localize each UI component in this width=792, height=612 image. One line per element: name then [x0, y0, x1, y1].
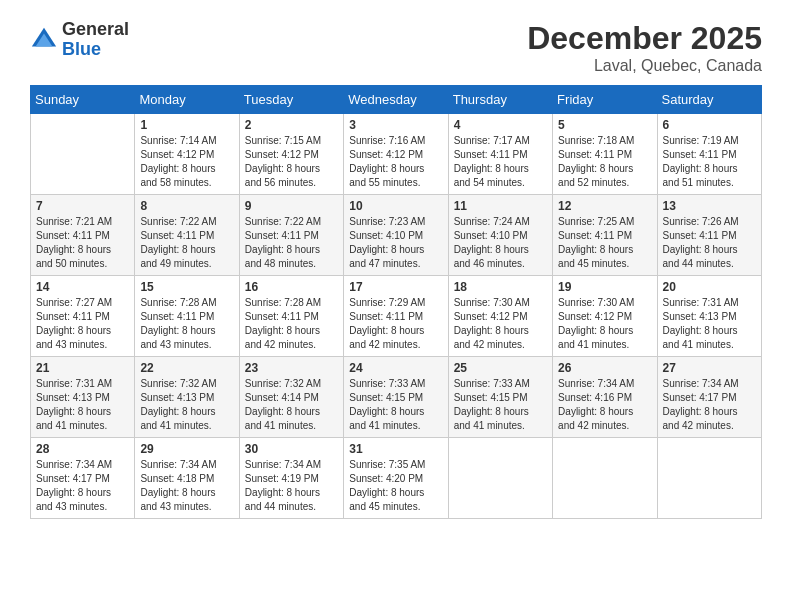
- day-number: 5: [558, 118, 651, 132]
- calendar-cell: 28Sunrise: 7:34 AMSunset: 4:17 PMDayligh…: [31, 438, 135, 519]
- day-number: 25: [454, 361, 547, 375]
- calendar-cell: 29Sunrise: 7:34 AMSunset: 4:18 PMDayligh…: [135, 438, 239, 519]
- cell-info: Sunrise: 7:28 AMSunset: 4:11 PMDaylight:…: [245, 296, 338, 352]
- day-number: 18: [454, 280, 547, 294]
- day-number: 1: [140, 118, 233, 132]
- col-sunday: Sunday: [31, 86, 135, 114]
- cell-info: Sunrise: 7:30 AMSunset: 4:12 PMDaylight:…: [558, 296, 651, 352]
- calendar-table: Sunday Monday Tuesday Wednesday Thursday…: [30, 85, 762, 519]
- calendar-week-row: 14Sunrise: 7:27 AMSunset: 4:11 PMDayligh…: [31, 276, 762, 357]
- cell-info: Sunrise: 7:27 AMSunset: 4:11 PMDaylight:…: [36, 296, 129, 352]
- cell-info: Sunrise: 7:23 AMSunset: 4:10 PMDaylight:…: [349, 215, 442, 271]
- cell-info: Sunrise: 7:18 AMSunset: 4:11 PMDaylight:…: [558, 134, 651, 190]
- cell-info: Sunrise: 7:22 AMSunset: 4:11 PMDaylight:…: [140, 215, 233, 271]
- logo-text: General Blue: [62, 20, 129, 60]
- day-number: 15: [140, 280, 233, 294]
- calendar-cell: 18Sunrise: 7:30 AMSunset: 4:12 PMDayligh…: [448, 276, 552, 357]
- cell-info: Sunrise: 7:31 AMSunset: 4:13 PMDaylight:…: [663, 296, 756, 352]
- calendar-cell: 4Sunrise: 7:17 AMSunset: 4:11 PMDaylight…: [448, 114, 552, 195]
- cell-info: Sunrise: 7:34 AMSunset: 4:18 PMDaylight:…: [140, 458, 233, 514]
- day-number: 17: [349, 280, 442, 294]
- day-number: 28: [36, 442, 129, 456]
- logo-general: General: [62, 19, 129, 39]
- cell-info: Sunrise: 7:14 AMSunset: 4:12 PMDaylight:…: [140, 134, 233, 190]
- calendar-cell: 17Sunrise: 7:29 AMSunset: 4:11 PMDayligh…: [344, 276, 448, 357]
- calendar-cell: 16Sunrise: 7:28 AMSunset: 4:11 PMDayligh…: [239, 276, 343, 357]
- calendar-cell: 12Sunrise: 7:25 AMSunset: 4:11 PMDayligh…: [553, 195, 657, 276]
- logo-blue: Blue: [62, 39, 101, 59]
- day-number: 27: [663, 361, 756, 375]
- calendar-cell: 8Sunrise: 7:22 AMSunset: 4:11 PMDaylight…: [135, 195, 239, 276]
- calendar-cell: 13Sunrise: 7:26 AMSunset: 4:11 PMDayligh…: [657, 195, 761, 276]
- day-number: 8: [140, 199, 233, 213]
- cell-info: Sunrise: 7:30 AMSunset: 4:12 PMDaylight:…: [454, 296, 547, 352]
- cell-info: Sunrise: 7:34 AMSunset: 4:16 PMDaylight:…: [558, 377, 651, 433]
- title-section: December 2025 Laval, Quebec, Canada: [527, 20, 762, 75]
- calendar-cell: 2Sunrise: 7:15 AMSunset: 4:12 PMDaylight…: [239, 114, 343, 195]
- day-number: 14: [36, 280, 129, 294]
- calendar-week-row: 28Sunrise: 7:34 AMSunset: 4:17 PMDayligh…: [31, 438, 762, 519]
- day-number: 26: [558, 361, 651, 375]
- day-number: 30: [245, 442, 338, 456]
- day-number: 7: [36, 199, 129, 213]
- day-number: 13: [663, 199, 756, 213]
- calendar-week-row: 7Sunrise: 7:21 AMSunset: 4:11 PMDaylight…: [31, 195, 762, 276]
- day-number: 20: [663, 280, 756, 294]
- calendar-cell: 7Sunrise: 7:21 AMSunset: 4:11 PMDaylight…: [31, 195, 135, 276]
- cell-info: Sunrise: 7:34 AMSunset: 4:17 PMDaylight:…: [663, 377, 756, 433]
- page-container: General Blue December 2025 Laval, Quebec…: [10, 10, 782, 519]
- day-number: 2: [245, 118, 338, 132]
- calendar-cell: 14Sunrise: 7:27 AMSunset: 4:11 PMDayligh…: [31, 276, 135, 357]
- day-number: 21: [36, 361, 129, 375]
- cell-info: Sunrise: 7:33 AMSunset: 4:15 PMDaylight:…: [454, 377, 547, 433]
- calendar-cell: 1Sunrise: 7:14 AMSunset: 4:12 PMDaylight…: [135, 114, 239, 195]
- calendar-cell: 5Sunrise: 7:18 AMSunset: 4:11 PMDaylight…: [553, 114, 657, 195]
- day-number: 29: [140, 442, 233, 456]
- cell-info: Sunrise: 7:16 AMSunset: 4:12 PMDaylight:…: [349, 134, 442, 190]
- cell-info: Sunrise: 7:29 AMSunset: 4:11 PMDaylight:…: [349, 296, 442, 352]
- calendar-cell: 11Sunrise: 7:24 AMSunset: 4:10 PMDayligh…: [448, 195, 552, 276]
- calendar-cell: 24Sunrise: 7:33 AMSunset: 4:15 PMDayligh…: [344, 357, 448, 438]
- calendar-cell: 10Sunrise: 7:23 AMSunset: 4:10 PMDayligh…: [344, 195, 448, 276]
- cell-info: Sunrise: 7:32 AMSunset: 4:13 PMDaylight:…: [140, 377, 233, 433]
- calendar-cell: 27Sunrise: 7:34 AMSunset: 4:17 PMDayligh…: [657, 357, 761, 438]
- col-saturday: Saturday: [657, 86, 761, 114]
- calendar-cell: 20Sunrise: 7:31 AMSunset: 4:13 PMDayligh…: [657, 276, 761, 357]
- cell-info: Sunrise: 7:24 AMSunset: 4:10 PMDaylight:…: [454, 215, 547, 271]
- calendar-week-row: 21Sunrise: 7:31 AMSunset: 4:13 PMDayligh…: [31, 357, 762, 438]
- calendar-cell: 25Sunrise: 7:33 AMSunset: 4:15 PMDayligh…: [448, 357, 552, 438]
- col-thursday: Thursday: [448, 86, 552, 114]
- location-title: Laval, Quebec, Canada: [527, 57, 762, 75]
- day-number: 3: [349, 118, 442, 132]
- header: General Blue December 2025 Laval, Quebec…: [15, 10, 777, 80]
- calendar-cell: 19Sunrise: 7:30 AMSunset: 4:12 PMDayligh…: [553, 276, 657, 357]
- month-title: December 2025: [527, 20, 762, 57]
- cell-info: Sunrise: 7:32 AMSunset: 4:14 PMDaylight:…: [245, 377, 338, 433]
- calendar-cell: 23Sunrise: 7:32 AMSunset: 4:14 PMDayligh…: [239, 357, 343, 438]
- cell-info: Sunrise: 7:25 AMSunset: 4:11 PMDaylight:…: [558, 215, 651, 271]
- logo: General Blue: [30, 20, 129, 60]
- day-number: 19: [558, 280, 651, 294]
- calendar-cell: [31, 114, 135, 195]
- day-number: 6: [663, 118, 756, 132]
- day-number: 9: [245, 199, 338, 213]
- calendar-cell: 3Sunrise: 7:16 AMSunset: 4:12 PMDaylight…: [344, 114, 448, 195]
- calendar-week-row: 1Sunrise: 7:14 AMSunset: 4:12 PMDaylight…: [31, 114, 762, 195]
- cell-info: Sunrise: 7:17 AMSunset: 4:11 PMDaylight:…: [454, 134, 547, 190]
- calendar-header-row: Sunday Monday Tuesday Wednesday Thursday…: [31, 86, 762, 114]
- col-wednesday: Wednesday: [344, 86, 448, 114]
- logo-icon: [30, 26, 58, 54]
- day-number: 23: [245, 361, 338, 375]
- cell-info: Sunrise: 7:34 AMSunset: 4:19 PMDaylight:…: [245, 458, 338, 514]
- col-tuesday: Tuesday: [239, 86, 343, 114]
- calendar-cell: [657, 438, 761, 519]
- calendar-cell: 26Sunrise: 7:34 AMSunset: 4:16 PMDayligh…: [553, 357, 657, 438]
- cell-info: Sunrise: 7:31 AMSunset: 4:13 PMDaylight:…: [36, 377, 129, 433]
- day-number: 31: [349, 442, 442, 456]
- cell-info: Sunrise: 7:21 AMSunset: 4:11 PMDaylight:…: [36, 215, 129, 271]
- cell-info: Sunrise: 7:28 AMSunset: 4:11 PMDaylight:…: [140, 296, 233, 352]
- day-number: 12: [558, 199, 651, 213]
- cell-info: Sunrise: 7:35 AMSunset: 4:20 PMDaylight:…: [349, 458, 442, 514]
- cell-info: Sunrise: 7:15 AMSunset: 4:12 PMDaylight:…: [245, 134, 338, 190]
- calendar-cell: 6Sunrise: 7:19 AMSunset: 4:11 PMDaylight…: [657, 114, 761, 195]
